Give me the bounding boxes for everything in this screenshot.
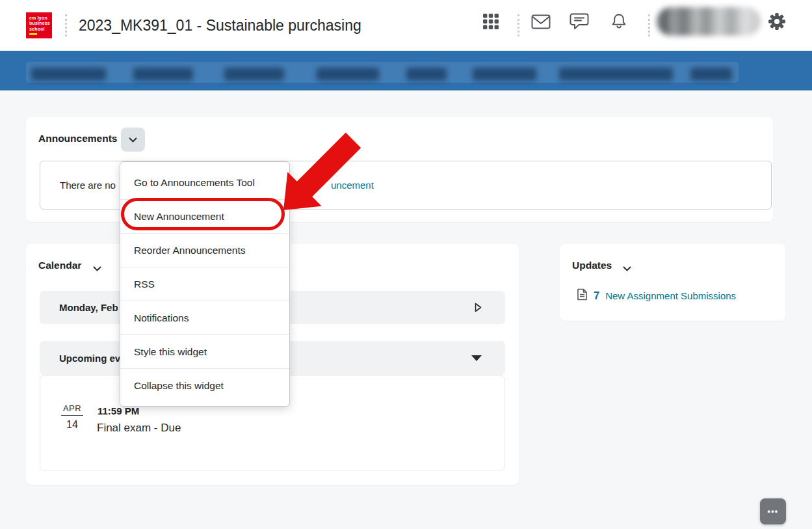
calendar-title: Calendar [38, 260, 81, 271]
calendar-date-text: Monday, Feb [59, 302, 118, 313]
menu-item-new-announcement[interactable]: New Announcement [120, 199, 289, 233]
nav-item-redacted[interactable] [133, 68, 193, 81]
updates-menu-chevron-icon[interactable] [623, 262, 631, 274]
settings-gear-icon[interactable] [768, 12, 786, 31]
calendar-menu-chevron-icon[interactable] [93, 262, 101, 274]
header-separator [517, 14, 519, 36]
assignment-submissions-link[interactable]: 7 New Assignment Submissions [577, 288, 736, 303]
nav-item-redacted[interactable] [473, 68, 536, 81]
event-day: 14 [57, 419, 87, 431]
collapse-triangle-icon[interactable] [471, 355, 482, 361]
logo-accent [29, 33, 37, 35]
event-time: 11:59 PM [98, 405, 139, 416]
announcements-empty-text: There are no [60, 161, 116, 209]
nav-item-redacted[interactable] [224, 68, 284, 81]
nav-item-redacted[interactable] [317, 68, 379, 81]
nav-item-redacted[interactable] [559, 68, 673, 81]
calendar-next-icon[interactable] [475, 303, 482, 312]
ellipsis-icon: ••• [767, 507, 778, 516]
header-separator [648, 14, 650, 36]
logo-text: em lyon [29, 16, 52, 21]
announcements-context-menu: Go to Announcements Tool New Announcemen… [120, 161, 290, 407]
page: em lyon business school 2023_MK391_01 - … [0, 0, 812, 529]
menu-item-rss[interactable]: RSS [120, 267, 289, 301]
emlyon-logo[interactable]: em lyon business school [26, 12, 52, 38]
nav-item-redacted[interactable] [406, 68, 447, 81]
chevron-down-icon [129, 135, 137, 144]
more-options-button[interactable]: ••• [760, 498, 786, 524]
upcoming-events-text: Upcoming ev [59, 353, 120, 364]
menu-item-notifications[interactable]: Notifications [120, 301, 289, 334]
event-title: Final exam - Due [97, 422, 181, 435]
event-date: APR 14 [57, 402, 87, 431]
menu-item-reorder-announcements[interactable]: Reorder Announcements [120, 233, 289, 267]
menu-item-go-to-announcements-tool[interactable]: Go to Announcements Tool [120, 166, 289, 199]
waffle-apps-icon[interactable] [482, 12, 500, 31]
course-title[interactable]: 2023_MK391_01 - Sustainable purchasing [79, 0, 361, 51]
menu-item-collapse-this-widget[interactable]: Collapse this widget [120, 368, 289, 402]
header-separator [65, 14, 67, 36]
menu-item-style-this-widget[interactable]: Style this widget [120, 334, 289, 368]
event-month: APR [61, 403, 83, 416]
submissions-count[interactable]: 7 [594, 290, 599, 302]
logo-text: school [29, 27, 52, 33]
email-icon[interactable] [531, 14, 551, 29]
chat-icon[interactable] [570, 13, 589, 31]
submissions-link-label[interactable]: New Assignment Submissions [605, 290, 736, 301]
user-profile-redacted[interactable] [657, 7, 761, 36]
course-navbar [0, 51, 812, 90]
nav-item-redacted[interactable] [31, 68, 106, 81]
announcements-title: Announcements [38, 133, 117, 144]
updates-widget: Updates 7 New Assignment Submissions [560, 244, 785, 321]
top-header: em lyon business school 2023_MK391_01 - … [0, 0, 812, 51]
assignment-icon [577, 288, 588, 303]
updates-title: Updates [572, 260, 612, 271]
logo-text: business [29, 21, 52, 27]
create-announcement-link[interactable]: uncement [331, 161, 374, 209]
nav-item-redacted[interactable] [690, 68, 732, 81]
announcements-menu-button[interactable] [121, 128, 145, 152]
notifications-bell-icon[interactable] [610, 12, 628, 31]
